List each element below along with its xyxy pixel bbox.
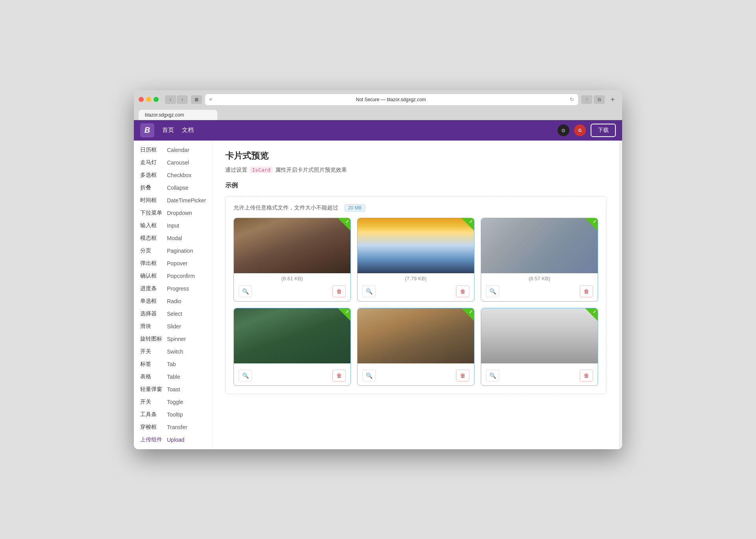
- gitee-button[interactable]: G: [574, 124, 586, 136]
- cards-grid: ✓ (8.61 KB) 🔍 🗑: [233, 218, 598, 386]
- main-layout: 日历框 Calendar 走马灯 Carousel 多选框 Checkbox 折…: [134, 141, 622, 449]
- delete-button-6[interactable]: 🗑: [580, 370, 593, 382]
- sidebar-item-switch[interactable]: 开关 Switch: [134, 345, 212, 358]
- new-window-button[interactable]: ⧉: [594, 95, 605, 104]
- close-traffic-light[interactable]: [139, 97, 144, 102]
- maximize-traffic-light[interactable]: [154, 97, 159, 102]
- sidebar-item-tab[interactable]: 标签 Tab: [134, 358, 212, 370]
- minimize-traffic-light[interactable]: [146, 97, 151, 102]
- sidebar-toggle-button[interactable]: ▦: [191, 95, 202, 104]
- sidebar-item-progress[interactable]: 进度条 Progress: [134, 282, 212, 295]
- sidebar-item-tooltip[interactable]: 工具条 Tooltip: [134, 408, 212, 421]
- card-size-1: (8.61 KB): [234, 273, 350, 283]
- refresh-icon[interactable]: ↻: [570, 96, 574, 102]
- address-bar[interactable]: ≡ Not Secure — blazor.sdgxgz.com ↻: [205, 94, 578, 105]
- back-button[interactable]: ‹: [165, 95, 176, 104]
- delete-button-1[interactable]: 🗑: [332, 285, 346, 297]
- sidebar-en-toggle: Toggle: [167, 399, 183, 405]
- scrollbar-track[interactable]: [619, 141, 622, 449]
- trash-icon-6: 🗑: [584, 372, 589, 379]
- sidebar-item-upload[interactable]: 上传组件 Upload: [134, 433, 212, 446]
- upload-card-5: ✓ 🔍 🗑: [357, 308, 474, 386]
- browser-titlebar: ‹ › ▦ ≡ Not Secure — blazor.sdgxgz.com ↻…: [139, 94, 617, 105]
- sidebar-zh-progress: 进度条: [140, 285, 162, 292]
- app-logo: B: [140, 123, 154, 137]
- sidebar-en-table: Table: [167, 374, 180, 380]
- upload-card-4: ✓ 🔍 🗑: [233, 308, 351, 386]
- header-right: ⌾ G 下载: [558, 124, 616, 137]
- sidebar-zh-spinner: 旋转图标: [140, 335, 162, 343]
- upload-card-2: ✓ (7.79 KB) 🔍 🗑: [357, 218, 474, 302]
- zoom-button-4[interactable]: 🔍: [239, 370, 252, 382]
- zoom-button-5[interactable]: 🔍: [362, 370, 376, 382]
- github-button[interactable]: ⌾: [558, 124, 569, 136]
- card-image-2: [358, 218, 474, 273]
- sidebar-item-checkbox[interactable]: 多选框 Checkbox: [134, 169, 212, 182]
- zoom-button-2[interactable]: 🔍: [362, 285, 376, 297]
- card-image-3: [481, 218, 598, 273]
- card-actions-3: 🔍 🗑: [481, 283, 598, 301]
- github-icon: ⌾: [561, 127, 565, 134]
- traffic-lights: [139, 97, 159, 102]
- new-tab-button[interactable]: +: [608, 95, 617, 104]
- upload-notice: 允许上传任意格式文件，文件大小不能超过 20 MB: [233, 204, 598, 211]
- sidebar-item-select[interactable]: 选择器 Select: [134, 307, 212, 320]
- sidebar-item-popconfirm[interactable]: 确认框 Popconfirm: [134, 270, 212, 282]
- sidebar-item-popover[interactable]: 弹出框 Popover: [134, 257, 212, 270]
- sidebar-item-radio[interactable]: 单选框 Radio: [134, 295, 212, 307]
- sidebar-en-popover: Popover: [167, 260, 187, 267]
- sidebar-zh-pagination: 分页: [140, 247, 162, 254]
- delete-button-2[interactable]: 🗑: [456, 285, 469, 297]
- sidebar-item-pagination[interactable]: 分页 Pagination: [134, 244, 212, 257]
- sidebar-item-toggle[interactable]: 开关 Toggle: [134, 396, 212, 408]
- trash-icon-1: 🗑: [336, 288, 342, 295]
- browser-window: ‹ › ▦ ≡ Not Secure — blazor.sdgxgz.com ↻…: [134, 90, 622, 449]
- sidebar-en-popconfirm: Popconfirm: [167, 273, 195, 279]
- sidebar-en-checkbox: Checkbox: [167, 172, 191, 178]
- sidebar-item-calendar[interactable]: 日历框 Calendar: [134, 144, 212, 156]
- sidebar-en-switch: Switch: [167, 348, 183, 355]
- sidebar-en-slider: Slider: [167, 323, 181, 330]
- share-button[interactable]: ↑: [581, 95, 592, 104]
- sidebar-zh-checkbox: 多选框: [140, 172, 162, 179]
- sidebar-zh-toast: 轻量弹窗: [140, 386, 162, 393]
- sidebar-en-transfer: Transfer: [167, 424, 187, 430]
- card-size-6: [481, 363, 598, 367]
- card-size-2: (7.79 KB): [358, 273, 474, 283]
- sidebar-item-modal[interactable]: 模态框 Modal: [134, 232, 212, 244]
- sidebar-item-collapse[interactable]: 折叠 Collapse: [134, 182, 212, 194]
- checkmark-6: ✓: [593, 309, 597, 315]
- zoom-icon-2: 🔍: [366, 288, 372, 295]
- nav-docs[interactable]: 文档: [182, 126, 194, 134]
- download-button[interactable]: 下载: [591, 124, 616, 137]
- sidebar-item-slider[interactable]: 滑块 Slider: [134, 320, 212, 333]
- upload-card-6: ✓ 🔍 🗑: [481, 308, 598, 386]
- sidebar-zh-collapse: 折叠: [140, 184, 162, 191]
- sidebar-item-dropdown[interactable]: 下拉菜单 Dropdown: [134, 207, 212, 219]
- sidebar-item-datetimepicker[interactable]: 时间框 DateTimePicker: [134, 194, 212, 207]
- zoom-button-3[interactable]: 🔍: [486, 285, 499, 297]
- sidebar-item-spinner[interactable]: 旋转图标 Spinner: [134, 333, 212, 345]
- delete-button-5[interactable]: 🗑: [456, 370, 469, 382]
- sidebar-en-pagination: Pagination: [167, 248, 193, 254]
- sidebar-item-transfer[interactable]: 穿梭框 Transfer: [134, 421, 212, 433]
- card-image-5: [358, 308, 474, 363]
- sidebar-item-input[interactable]: 输入框 Input: [134, 219, 212, 232]
- zoom-button-1[interactable]: 🔍: [239, 285, 252, 297]
- checkmark-2: ✓: [469, 219, 473, 224]
- forward-button[interactable]: ›: [177, 95, 188, 104]
- sidebar-item-toast[interactable]: 轻量弹窗 Toast: [134, 383, 212, 396]
- delete-button-4[interactable]: 🗑: [332, 370, 346, 382]
- zoom-button-6[interactable]: 🔍: [486, 370, 499, 382]
- delete-button-3[interactable]: 🗑: [580, 285, 593, 297]
- nav-home[interactable]: 首页: [162, 126, 174, 134]
- sidebar-item-carousel[interactable]: 走马灯 Carousel: [134, 156, 212, 169]
- sidebar-en-collapse: Collapse: [167, 185, 188, 191]
- trash-icon-4: 🗑: [336, 372, 342, 379]
- sidebar-item-table[interactable]: 表格 Table: [134, 370, 212, 383]
- browser-tab[interactable]: blazor.sdgxgz.com: [139, 110, 217, 120]
- trash-icon-2: 🗑: [460, 288, 465, 295]
- sidebar-zh-tab: 标签: [140, 361, 162, 368]
- nav-buttons: ‹ ›: [165, 95, 188, 104]
- sidebar-en-modal: Modal: [167, 235, 182, 241]
